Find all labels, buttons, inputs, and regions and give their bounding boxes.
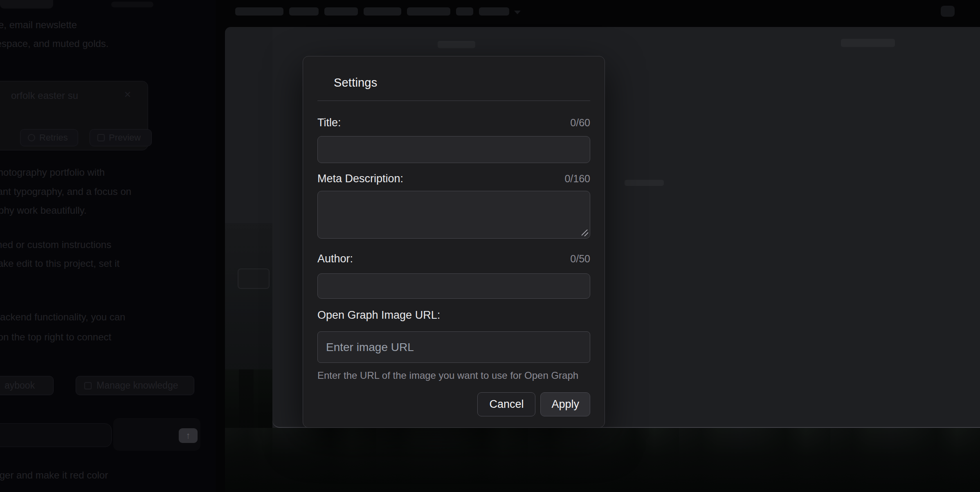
og-label-row: Open Graph Image URL: <box>317 309 590 321</box>
settings-modal: Settings Title: 0/60 Meta Description: 0… <box>303 56 605 428</box>
meta-label-row: Meta Description: 0/160 <box>317 173 590 184</box>
author-counter: 0/50 <box>570 253 590 265</box>
title-counter: 0/60 <box>570 117 590 129</box>
meta-description-counter: 0/160 <box>564 173 590 185</box>
title-label-row: Title: 0/60 <box>317 117 590 128</box>
og-image-helper-text: Enter the URL of the image you want to u… <box>317 370 590 381</box>
divider <box>317 101 590 101</box>
title-label: Title: <box>317 116 341 129</box>
og-image-url-label: Open Graph Image URL: <box>317 309 440 322</box>
modal-title: Settings <box>334 76 590 89</box>
title-input[interactable] <box>317 136 590 163</box>
meta-description-textarea[interactable] <box>317 191 590 239</box>
meta-description-label: Meta Description: <box>317 172 403 185</box>
author-label-row: Author: 0/50 <box>317 253 590 264</box>
og-image-url-input[interactable] <box>317 331 590 363</box>
cancel-button[interactable]: Cancel <box>477 392 535 416</box>
author-input[interactable] <box>317 273 590 299</box>
apply-button[interactable]: Apply <box>540 392 590 416</box>
modal-button-row: Cancel Apply <box>317 392 590 416</box>
author-label: Author: <box>317 253 353 265</box>
